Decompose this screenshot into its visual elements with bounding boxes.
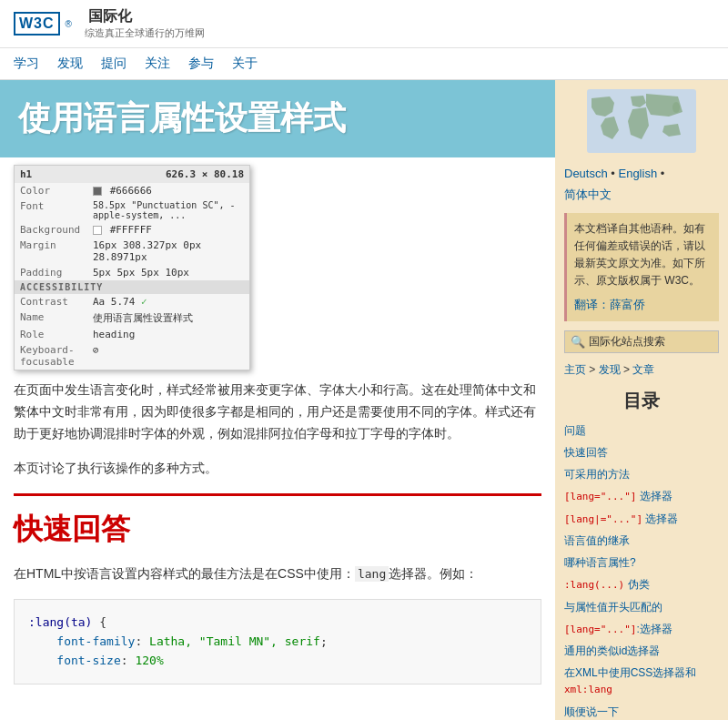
devtools-keyboard-label: Keyboard-focusable	[15, 342, 87, 370]
nav-about[interactable]: 关于	[232, 56, 258, 72]
toc-link-methods[interactable]: 可采用的方法	[564, 468, 630, 481]
breadcrumb-article[interactable]: 文章	[632, 363, 654, 376]
nav-follow[interactable]: 关注	[145, 56, 170, 72]
toc-item-pseudo: :lang(...) 伪类	[564, 576, 719, 593]
quick-answer-heading: 快速回答	[14, 510, 541, 550]
main-layout: 使用语言属性设置样式 h1 626.3 × 80.18 Color #66666…	[0, 80, 728, 720]
translation-note: 本文档译自其他语种。如有任何偏差或错误的话，请以最新英文原文为准。如下所示、原文…	[564, 213, 719, 322]
lang-english[interactable]: English	[618, 167, 657, 180]
toc-link-xml[interactable]: 在XML中使用CSS选择器和 xml:lang	[564, 666, 696, 695]
toc-link-btw[interactable]: 顺便说一下	[564, 705, 619, 718]
page-header: W3C ® 国际化 综造真正全球通行的万维网	[0, 0, 728, 48]
breadcrumb-home[interactable]: 主页	[564, 363, 586, 376]
toc-item-xml: 在XML中使用CSS选择器和 xml:lang	[564, 664, 719, 698]
toc-item-inheritance: 语言值的继承	[564, 532, 719, 549]
w3c-logo: W3C	[14, 12, 60, 35]
code-font-size-prop: font-size	[56, 654, 120, 667]
site-tagline: 综造真正全球通行的万维网	[85, 26, 205, 40]
toc-code-3: :lang(...)	[564, 579, 624, 591]
nav-ask[interactable]: 提问	[101, 56, 126, 72]
search-box[interactable]: 🔍 国际化站点搜索	[564, 330, 719, 353]
devtools-name-label: Name	[15, 309, 87, 327]
breadcrumb-discover[interactable]: 发现	[599, 363, 621, 376]
devtools-table: Color #666666 Font 58.5px "Punctuation S…	[15, 183, 249, 370]
toc-item-lang-attr-2: [lang|="..."] 选择器	[564, 511, 719, 528]
article-content: 在页面中发生语言变化时，样式经常被用来变更字体、字体大小和行高。这在处理简体中文…	[14, 370, 541, 685]
toc-item-issues: 问题	[564, 422, 719, 439]
devtools-panel: h1 626.3 × 80.18 Color #666666 Font 58.5…	[14, 165, 250, 370]
toc-item-quick: 快速回答	[564, 444, 719, 461]
toc-link-quick[interactable]: 快速回答	[564, 446, 608, 459]
toc-link-lang-attr-2[interactable]: [lang|="..."] 选择器	[564, 512, 678, 525]
toc-link-issues[interactable]: 问题	[564, 424, 586, 437]
registered-mark: ®	[66, 19, 72, 29]
toc-item-prefix: 与属性值开头匹配的	[564, 599, 719, 615]
search-label: 国际化站点搜索	[589, 334, 665, 350]
site-title: 国际化	[88, 7, 205, 26]
color-swatch	[93, 187, 102, 196]
code-example: :lang(ta) { font-family: Latha, "Tamil M…	[14, 599, 541, 685]
devtools-keyboard-value: ⊘	[87, 342, 249, 370]
lang-deutsch[interactable]: Deutsch	[564, 167, 608, 180]
devtools-margin-value: 16px 308.327px 0px 28.8971px	[87, 238, 249, 265]
devtools-contrast-label: Contrast	[15, 294, 87, 309]
code-lang-selector: :lang(ta)	[28, 615, 92, 629]
page-note: 本页讨论了执行该操作的多种方式。	[14, 458, 541, 480]
language-links: Deutsch • English • 简体中文	[564, 163, 719, 206]
toc-item-lang-attr-1: [lang="..."] 选择器	[564, 488, 719, 505]
devtools-padding-value: 5px 5px 5px 10px	[87, 265, 249, 280]
devtools-role-value: heading	[87, 327, 249, 342]
devtools-element: h1	[20, 168, 32, 180]
devtools-color-value: #666666	[87, 183, 249, 198]
code-font-size-val: 120%	[135, 654, 163, 667]
code-font-family-val: Latha, "Tamil MN", serif	[149, 634, 320, 648]
devtools-bg-value: #FFFFFF	[87, 222, 249, 238]
table-of-contents: 问题 快速回答 可采用的方法 [lang="..."] 选择器 [lang|="…	[564, 422, 719, 720]
toc-link-which-attr[interactable]: 哪种语言属性?	[564, 556, 636, 569]
devtools-role-label: Role	[15, 327, 87, 342]
translator-credit: 翻译：薛富侨	[574, 296, 712, 315]
toc-item-methods: 可采用的方法	[564, 466, 719, 482]
world-map-svg	[587, 89, 696, 153]
intro-paragraph: 在页面中发生语言变化时，样式经常被用来变更字体、字体大小和行高。这在处理简体中文…	[14, 380, 541, 444]
toc-item-btw: 顺便说一下	[564, 704, 719, 720]
devtools-dimensions: 626.3 × 80.18	[166, 168, 244, 180]
devtools-contrast-value: Aa 5.74 ✓	[87, 294, 249, 309]
trans-note-text: 本文档译自其他语种。如有任何偏差或错误的话，请以最新英文原文为准。如下所示、原文…	[574, 222, 705, 288]
toc-link-generic[interactable]: 通用的类似id选择器	[564, 644, 660, 657]
devtools-accessibility-section: ACCESSIBILITY	[15, 280, 249, 294]
toc-item-generic: 通用的类似id选择器	[564, 643, 719, 659]
devtools-font-label: Font	[15, 198, 87, 222]
devtools-name-value: 使用语言属性设置样式	[87, 309, 249, 327]
devtools-bg-label: Background	[15, 222, 87, 238]
nav-learn[interactable]: 学习	[14, 56, 39, 72]
devtools-padding-label: Padding	[15, 265, 87, 280]
breadcrumb: 主页 > 发现 > 文章	[564, 362, 719, 378]
toc-xml-lang-code: xml:lang	[564, 684, 612, 695]
toc-title: 目录	[564, 389, 719, 413]
toc-link-pseudo[interactable]: :lang(...) 伪类	[564, 578, 650, 591]
main-nav: 学习 发现 提问 关注 参与 关于	[0, 48, 728, 80]
toc-link-inheritance[interactable]: 语言值的继承	[564, 534, 630, 547]
toc-link-prefix[interactable]: 与属性值开头匹配的	[564, 601, 662, 614]
toc-item-lang-sel: [lang="..."]:选择器	[564, 621, 719, 638]
sidebar: Deutsch • English • 简体中文 本文档译自其他语种。如有任何偏…	[555, 80, 728, 720]
toc-link-lang-attr-1[interactable]: [lang="..."] 选择器	[564, 490, 672, 502]
page-title: 使用语言属性设置样式	[18, 96, 537, 141]
toc-code-4: [lang="..."]	[564, 624, 636, 635]
section-divider	[14, 493, 541, 496]
content-area: 使用语言属性设置样式 h1 626.3 × 80.18 Color #66666…	[0, 80, 555, 720]
bg-swatch	[93, 226, 102, 235]
title-banner: 使用语言属性设置样式	[0, 80, 555, 157]
nav-participate[interactable]: 参与	[188, 56, 214, 72]
world-map	[564, 89, 719, 156]
toc-item-which-attr: 哪种语言属性?	[564, 554, 719, 571]
lang-simplified-chinese[interactable]: 简体中文	[564, 188, 612, 201]
devtools-margin-label: Margin	[15, 238, 87, 265]
contrast-check: ✓	[141, 296, 147, 308]
nav-discover[interactable]: 发现	[57, 56, 83, 72]
quick-answer-text: 在HTML中按语言设置内容样式的最佳方法是在CSS中使用：lang选择器。例如：	[14, 563, 541, 585]
search-icon: 🔍	[571, 335, 585, 349]
toc-link-lang-sel[interactable]: [lang="..."]:选择器	[564, 623, 672, 635]
devtools-font-value: 58.5px "Punctuation SC", -apple-system, …	[87, 198, 249, 222]
